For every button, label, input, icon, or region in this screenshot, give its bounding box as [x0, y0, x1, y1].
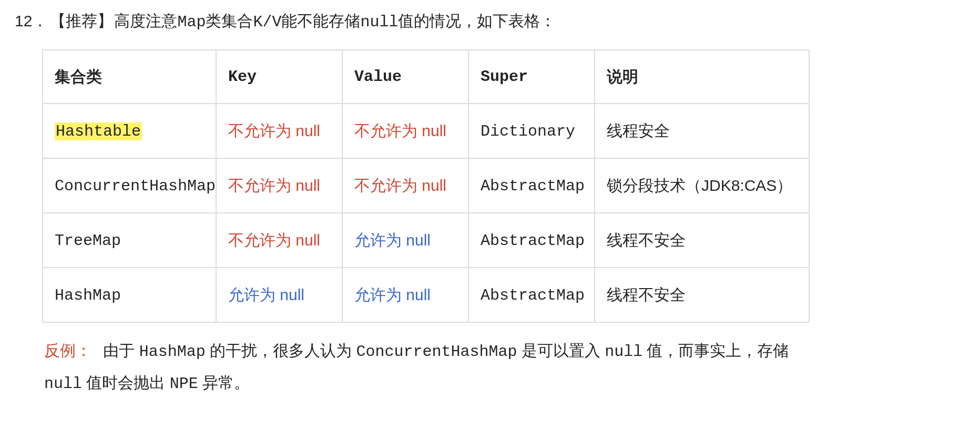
- cell-key: 不允许为 null: [216, 158, 342, 213]
- heading-text: 类集合: [206, 8, 253, 34]
- cell-class: TreeMap: [43, 213, 216, 268]
- cell-value-value: 不允许为 null: [354, 177, 446, 194]
- footnote-text: 是可以置入: [517, 342, 605, 359]
- cell-super-value: AbstractMap: [481, 232, 585, 250]
- cell-note: 线程不安全: [595, 213, 809, 268]
- cell-key-value: 不允许为 null: [228, 177, 320, 194]
- heading-text: 能不能存储: [281, 8, 360, 34]
- rule-number: 12．: [15, 8, 48, 34]
- heading-word-map: Map: [177, 9, 206, 35]
- heading-text: 值的情况，如下表格：: [398, 8, 556, 34]
- cell-super: AbstractMap: [468, 213, 595, 268]
- cell-note: 线程不安全: [595, 268, 809, 322]
- footnote-lead: 反例：: [44, 342, 91, 359]
- cell-super-value: Dictionary: [481, 122, 575, 140]
- heading-word-kv: K/V: [253, 9, 281, 35]
- cell-note-value: 锁分段技术（JDK8:CAS）: [607, 177, 792, 194]
- cell-key-value: 允许为 null: [228, 286, 304, 303]
- map-null-table-container: 集合类 Key Value Super 说明 Hashtable不允许为 nul…: [42, 49, 810, 323]
- cell-note: 锁分段技术（JDK8:CAS）: [595, 158, 809, 213]
- cell-class-value: ConcurrentHashMap: [55, 177, 216, 195]
- cell-key: 不允许为 null: [216, 104, 342, 158]
- cell-super: AbstractMap: [468, 268, 595, 322]
- map-null-table: 集合类 Key Value Super 说明 Hashtable不允许为 nul…: [42, 49, 810, 323]
- heading-word-null: null: [360, 9, 398, 35]
- footnote-word-npe: NPE: [170, 375, 198, 393]
- table-row: HashMap允许为 null允许为 nullAbstractMap线程不安全: [43, 268, 809, 322]
- footnote-word-chm: ConcurrentHashMap: [356, 343, 517, 361]
- footnote-text: 异常。: [198, 374, 250, 391]
- footnote-text: 的干扰，很多人认为: [206, 342, 356, 359]
- cell-key: 不允许为 null: [216, 213, 342, 268]
- cell-key-value: 不允许为 null: [228, 122, 320, 139]
- col-header-key: Key: [216, 50, 342, 104]
- cell-value-value: 允许为 null: [354, 286, 431, 303]
- table-header-row: 集合类 Key Value Super 说明: [43, 50, 809, 104]
- cell-super-value: AbstractMap: [481, 177, 585, 195]
- cell-key-value: 不允许为 null: [228, 231, 320, 249]
- table-row: ConcurrentHashMap不允许为 null不允许为 nullAbstr…: [43, 158, 809, 213]
- col-header-super: Super: [468, 50, 595, 104]
- footnote-text: 值时会抛出: [82, 374, 170, 391]
- col-header-note: 说明: [595, 50, 809, 104]
- cell-class-value: HashMap: [55, 287, 121, 304]
- footnote-word-null: null: [44, 375, 82, 393]
- footnote-word-hashmap: HashMap: [139, 343, 206, 361]
- rule-heading: 12． 【推荐】 高度注意 Map 类集合 K/V 能不能存储 null 值的情…: [15, 8, 967, 35]
- cell-class-value: Hashtable: [55, 122, 142, 140]
- cell-key: 允许为 null: [216, 268, 342, 322]
- cell-class: Hashtable: [43, 104, 216, 158]
- cell-note-value: 线程安全: [607, 122, 670, 139]
- cell-super: Dictionary: [468, 104, 595, 158]
- table-row: TreeMap不允许为 null允许为 nullAbstractMap线程不安全: [43, 213, 809, 268]
- cell-value: 允许为 null: [342, 268, 468, 322]
- heading-text: 高度注意: [114, 8, 177, 34]
- col-header-class: 集合类: [43, 50, 216, 104]
- cell-class-value: TreeMap: [55, 232, 121, 250]
- cell-note: 线程安全: [595, 104, 809, 158]
- counter-example-note: 反例： 由于 HashMap 的干扰，很多人认为 ConcurrentHashM…: [44, 335, 796, 399]
- cell-note-value: 线程不安全: [607, 286, 686, 303]
- cell-class: HashMap: [43, 268, 216, 322]
- rule-tag: 【推荐】: [50, 8, 113, 34]
- footnote-text: 由于: [103, 342, 139, 359]
- cell-value-value: 不允许为 null: [354, 122, 446, 139]
- footnote-word-null: null: [605, 343, 642, 361]
- cell-super-value: AbstractMap: [481, 287, 585, 304]
- footnote-text: 值，而事实上，存储: [642, 342, 789, 359]
- table-row: Hashtable不允许为 null不允许为 nullDictionary线程安…: [43, 104, 809, 158]
- cell-value: 允许为 null: [342, 213, 468, 268]
- cell-value: 不允许为 null: [342, 158, 468, 213]
- cell-value: 不允许为 null: [342, 104, 468, 158]
- cell-value-value: 允许为 null: [354, 231, 431, 249]
- cell-super: AbstractMap: [468, 158, 595, 213]
- col-header-value: Value: [342, 50, 468, 104]
- cell-note-value: 线程不安全: [607, 231, 686, 249]
- cell-class: ConcurrentHashMap: [43, 158, 216, 213]
